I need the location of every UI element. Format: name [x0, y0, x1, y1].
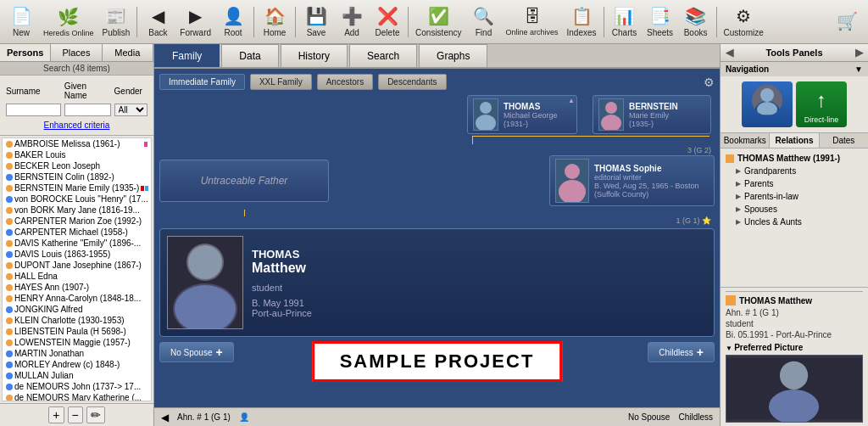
- list-item[interactable]: CARPENTER Michael (1958-): [3, 227, 151, 238]
- list-item[interactable]: HAYES Ann (1907-): [3, 282, 151, 293]
- rel-tab-bookmarks[interactable]: Bookmarks: [721, 133, 770, 148]
- save-button[interactable]: 💾 Save: [298, 3, 334, 42]
- list-item[interactable]: AMBROISE Melissa (1961-): [3, 138, 151, 149]
- relation-item-uncles-aunts[interactable]: ▶ Uncles & Aunts: [724, 216, 865, 228]
- list-item[interactable]: BECKER Leon Joseph: [3, 160, 151, 171]
- sub-tab-xxl[interactable]: XXL Family: [250, 74, 312, 90]
- gender-select[interactable]: All Male Female: [114, 104, 147, 116]
- rel-tab-relations[interactable]: Relations: [770, 133, 819, 148]
- list-item[interactable]: HALL Edna: [3, 271, 151, 282]
- childless-button[interactable]: Childless +: [648, 342, 715, 362]
- edit-person-button[interactable]: ✏: [86, 406, 105, 423]
- cart-button[interactable]: 🛒: [829, 3, 865, 42]
- consistency-button[interactable]: ✅ Consistency: [411, 3, 465, 42]
- main-person-card[interactable]: THOMAS Matthew student B. May 1991 Port-…: [159, 228, 715, 337]
- list-item[interactable]: MARTIN Jonathan: [3, 348, 151, 359]
- online-archives-button[interactable]: 🗄 Online archives: [502, 3, 563, 42]
- list-item[interactable]: LOWENSTEIN Maggie (1957-): [3, 337, 151, 348]
- bottom-nav-left[interactable]: ◀: [161, 412, 169, 423]
- svg-point-9: [188, 245, 222, 279]
- list-item[interactable]: DAVIS Louis (1863-1955): [3, 249, 151, 260]
- relation-item-parents-in-law[interactable]: ▶ Parents-in-law: [724, 190, 865, 203]
- separator: [136, 7, 137, 37]
- customize-button[interactable]: ⚙ Customize: [720, 3, 768, 42]
- given-name-input[interactable]: [64, 104, 111, 116]
- sheets-button[interactable]: 📑 Sheets: [643, 3, 678, 42]
- separator: [253, 7, 254, 37]
- list-item[interactable]: BERNSTEIN Colin (1892-): [3, 171, 151, 182]
- tab-persons[interactable]: Persons: [0, 44, 51, 61]
- untraceable-father-card[interactable]: Untraceable Father: [159, 160, 329, 202]
- tab-history[interactable]: History: [281, 44, 348, 67]
- list-item[interactable]: KLEIN Charlotte (1930-1953): [3, 315, 151, 326]
- sub-tab-immediate[interactable]: Immediate Family: [159, 74, 245, 90]
- publish-button[interactable]: 📰 Publish: [98, 3, 135, 42]
- tab-search[interactable]: Search: [349, 44, 417, 67]
- add-button[interactable]: ➕ Add: [334, 3, 370, 42]
- preferred-picture-toggle[interactable]: Preferred Picture: [726, 343, 863, 352]
- root-button[interactable]: 👤 Root: [215, 3, 251, 42]
- relation-item-parents[interactable]: ▶ Parents: [724, 177, 865, 190]
- remove-person-button[interactable]: −: [68, 406, 83, 423]
- add-person-button[interactable]: +: [48, 406, 64, 423]
- list-item[interactable]: DAVIS Katherine "Emily" (1896-...: [3, 238, 151, 249]
- direct-line-button[interactable]: ↑ Direct-line: [796, 81, 847, 127]
- books-button[interactable]: 📚 Books: [678, 3, 714, 42]
- sophie-card[interactable]: THOMAS Sophie editorial writer B. Wed, A…: [549, 155, 715, 206]
- family-tree-content: Immediate Family XXL Family Ancestors De…: [154, 69, 720, 407]
- list-item[interactable]: HENRY Anna-Carolyn (1848-18...: [3, 293, 151, 304]
- tab-places[interactable]: Places: [51, 44, 102, 61]
- surname-input[interactable]: [6, 104, 61, 116]
- left-collapse-arrow[interactable]: ◀: [726, 47, 733, 59]
- forward-button[interactable]: ▶ Forward: [175, 3, 215, 42]
- bernstein-marie-card[interactable]: BERNSTEIN Marie Emily (1935-): [593, 95, 711, 134]
- list-item[interactable]: BERNSTEIN Marie Emily (1935-): [3, 182, 151, 193]
- tab-data[interactable]: Data: [221, 44, 278, 67]
- sub-tab-descendants[interactable]: Descendants: [378, 74, 446, 90]
- new-button[interactable]: 📄 New: [3, 3, 39, 42]
- main-layout: Persons Places Media Search (48 items) S…: [0, 44, 868, 426]
- list-item[interactable]: JONGKING Alfred: [3, 304, 151, 315]
- heredis-online-button[interactable]: 🌿 Heredis Online: [39, 3, 98, 42]
- list-item[interactable]: CARPENTER Marion Zoe (1992-): [3, 216, 151, 227]
- main-person-firstname: Matthew: [252, 261, 707, 276]
- thomas-michael-card[interactable]: ▲ THOMAS Michael George (1931-): [467, 95, 577, 134]
- relation-item-spouses[interactable]: ▶ Spouses: [724, 203, 865, 216]
- person-detail-icon: [726, 295, 736, 305]
- list-item[interactable]: de NEMOURS John (1737-> 17...: [3, 381, 151, 392]
- list-item[interactable]: MORLEY Andrew (c) 1848-): [3, 359, 151, 370]
- no-spouse-button[interactable]: No Spouse +: [159, 342, 234, 362]
- list-item[interactable]: DUPONT Jane Josephine (1867-): [3, 260, 151, 271]
- delete-button[interactable]: ❌ Delete: [370, 3, 405, 42]
- rel-tab-dates[interactable]: Dates: [820, 133, 868, 148]
- add-icon: ➕: [342, 6, 363, 26]
- nav-person-button[interactable]: [742, 81, 793, 127]
- search-count-label: Search (48 items): [0, 62, 153, 76]
- list-item[interactable]: de NEMOURS Mary Katherine (...: [3, 392, 151, 401]
- back-button[interactable]: ◀ Back: [140, 3, 175, 42]
- charts-button[interactable]: 📊 Charts: [607, 3, 643, 42]
- tab-family[interactable]: Family: [154, 44, 220, 67]
- enhanced-criteria-link[interactable]: Enhanced criteria: [3, 119, 150, 132]
- relation-item-main[interactable]: THOMAS Matthew (1991-): [724, 152, 865, 165]
- settings-icon[interactable]: ⚙: [704, 76, 715, 89]
- find-button[interactable]: 🔍 Find: [466, 3, 502, 42]
- list-item[interactable]: MULLAN Julian: [3, 370, 151, 381]
- svg-point-0: [480, 102, 492, 114]
- tab-media[interactable]: Media: [103, 44, 153, 61]
- list-item[interactable]: BAKER Louis: [3, 149, 151, 160]
- nav-expand-arrow[interactable]: ▼: [854, 64, 863, 74]
- right-expand-arrow[interactable]: ▶: [855, 47, 863, 59]
- relation-item-grandparents[interactable]: ▶ Grandparents: [724, 165, 865, 177]
- delete-icon: ❌: [377, 6, 398, 26]
- thomas-michael-given: Michael George: [504, 111, 571, 120]
- list-item[interactable]: LIBENSTEIN Paula (H 5698-): [3, 326, 151, 337]
- sub-tab-bar: Immediate Family XXL Family Ancestors De…: [159, 74, 715, 90]
- relation-tabs: Bookmarks Relations Dates: [721, 133, 868, 149]
- sub-tab-ancestors[interactable]: Ancestors: [317, 74, 373, 90]
- home-button[interactable]: 🏠 Home: [257, 3, 292, 42]
- list-item[interactable]: von BORK Mary Jane (1816-19...: [3, 205, 151, 216]
- tab-graphs[interactable]: Graphs: [419, 44, 487, 67]
- list-item[interactable]: von BOROCKE Louis "Henry" (17...: [3, 193, 151, 205]
- indexes-button[interactable]: 📋 Indexes: [563, 3, 601, 42]
